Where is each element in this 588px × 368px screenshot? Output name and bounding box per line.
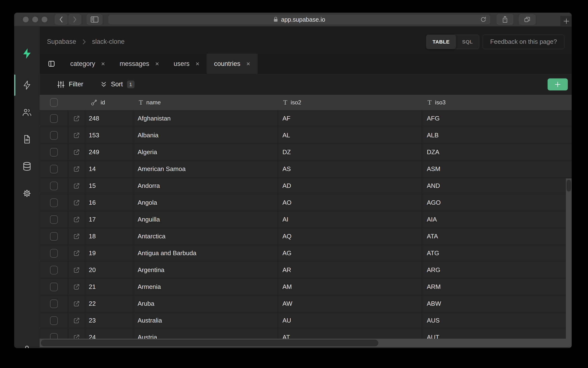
cell-iso2[interactable]: AL <box>277 127 422 144</box>
filter-button[interactable]: Filter <box>57 81 83 88</box>
external-link-icon[interactable] <box>73 199 80 206</box>
row-checkbox[interactable] <box>50 215 58 224</box>
cell-id[interactable]: 19 <box>85 245 133 261</box>
row-checkbox[interactable] <box>50 114 58 123</box>
cell-name[interactable]: Albania <box>133 127 277 144</box>
cell-name[interactable]: Aruba <box>133 295 277 312</box>
cell-iso3[interactable]: ARM <box>422 278 572 295</box>
close-tab-icon[interactable]: ✕ <box>195 61 200 66</box>
cell-id[interactable]: 248 <box>85 110 133 127</box>
cell-name[interactable]: Andorra <box>133 177 277 194</box>
sidebar-item-account[interactable] <box>14 338 40 348</box>
new-tab-button[interactable] <box>560 16 572 27</box>
external-link-icon[interactable] <box>73 216 80 223</box>
zoom-window-button[interactable] <box>42 17 47 22</box>
row-checkbox[interactable] <box>50 283 58 291</box>
row-checkbox[interactable] <box>50 165 58 174</box>
column-header-iso3[interactable]: T iso3 <box>422 95 572 110</box>
cell-iso2[interactable]: AF <box>277 110 422 127</box>
close-tab-icon[interactable]: ✕ <box>155 61 159 66</box>
row-checkbox[interactable] <box>50 232 58 241</box>
row-checkbox[interactable] <box>50 249 58 258</box>
sidebar-item-table-editor[interactable] <box>14 74 40 96</box>
external-link-icon[interactable] <box>73 267 80 274</box>
tab-category[interactable]: category ✕ <box>63 54 112 74</box>
cell-iso2[interactable]: AU <box>277 312 422 329</box>
tab-messages[interactable]: messages ✕ <box>112 54 166 74</box>
row-checkbox[interactable] <box>50 316 58 325</box>
cell-iso3[interactable]: DZA <box>422 144 572 160</box>
cell-iso3[interactable]: AIA <box>422 211 572 228</box>
minimize-window-button[interactable] <box>32 17 38 22</box>
external-link-icon[interactable] <box>73 115 80 122</box>
row-checkbox[interactable] <box>50 131 58 140</box>
cell-id[interactable]: 15 <box>85 177 133 194</box>
cell-id[interactable]: 20 <box>85 262 133 278</box>
horizontal-scrollbar-thumb[interactable] <box>41 340 378 346</box>
cell-iso2[interactable]: AQ <box>277 228 422 245</box>
back-button[interactable] <box>55 14 68 25</box>
cell-iso3[interactable]: AGO <box>422 194 572 211</box>
cell-name[interactable]: Anguilla <box>133 211 277 228</box>
cell-name[interactable]: Algeria <box>133 144 277 160</box>
reload-button[interactable] <box>479 16 487 23</box>
vertical-scrollbar-thumb[interactable] <box>567 180 571 192</box>
cell-iso2[interactable]: AG <box>277 245 422 261</box>
breadcrumb-project[interactable]: Supabase <box>47 38 76 46</box>
sidebar-item-settings[interactable] <box>14 183 40 204</box>
sidebar-item-database[interactable] <box>14 156 40 177</box>
cell-id[interactable]: 249 <box>85 144 133 160</box>
tab-overview-button[interactable] <box>519 14 535 25</box>
cell-iso3[interactable]: ARG <box>422 262 572 278</box>
external-link-icon[interactable] <box>73 317 80 324</box>
share-button[interactable] <box>496 14 514 25</box>
cell-name[interactable]: Angola <box>133 194 277 211</box>
cell-iso3[interactable]: AUS <box>422 312 572 329</box>
column-header-name[interactable]: T name <box>133 95 277 110</box>
cell-iso2[interactable]: AI <box>277 211 422 228</box>
cell-iso3[interactable]: ATG <box>422 245 572 261</box>
cell-iso2[interactable]: AR <box>277 262 422 278</box>
cell-iso3[interactable]: AND <box>422 177 572 194</box>
cell-id[interactable]: 21 <box>85 278 133 295</box>
collapse-sidebar-button[interactable] <box>40 54 63 74</box>
cell-name[interactable]: Armenia <box>133 278 277 295</box>
table-view-button[interactable]: TABLE <box>426 35 456 49</box>
column-header-id[interactable]: id <box>85 95 133 110</box>
row-checkbox[interactable] <box>50 182 58 190</box>
row-checkbox[interactable] <box>50 299 58 308</box>
cell-id[interactable]: 16 <box>85 194 133 211</box>
select-all-checkbox[interactable] <box>50 98 58 107</box>
tab-countries[interactable]: countries ✕ <box>207 54 257 74</box>
horizontal-scrollbar[interactable] <box>40 339 572 347</box>
cell-name[interactable]: Argentina <box>133 262 277 278</box>
cell-iso2[interactable]: AO <box>277 194 422 211</box>
tab-users[interactable]: users ✕ <box>166 54 207 74</box>
close-window-button[interactable] <box>23 17 29 22</box>
external-link-icon[interactable] <box>73 183 80 189</box>
row-checkbox[interactable] <box>50 148 58 156</box>
cell-iso2[interactable]: AS <box>277 161 422 177</box>
sidebar-item-docs[interactable] <box>14 129 40 150</box>
close-tab-icon[interactable]: ✕ <box>246 61 250 66</box>
external-link-icon[interactable] <box>73 250 80 257</box>
cell-name[interactable]: American Samoa <box>133 161 277 177</box>
browser-sidebar-toggle-button[interactable] <box>87 14 102 25</box>
cell-iso3[interactable]: ATA <box>422 228 572 245</box>
cell-name[interactable]: Afghanistan <box>133 110 277 127</box>
cell-iso3[interactable]: ALB <box>422 127 572 144</box>
external-link-icon[interactable] <box>73 166 80 173</box>
column-header-iso2[interactable]: T iso2 <box>277 95 422 110</box>
cell-iso2[interactable]: AM <box>277 278 422 295</box>
external-link-icon[interactable] <box>73 149 80 156</box>
close-tab-icon[interactable]: ✕ <box>101 61 105 66</box>
cell-iso3[interactable]: ASM <box>422 161 572 177</box>
external-link-icon[interactable] <box>73 284 80 290</box>
cell-name[interactable]: Australia <box>133 312 277 329</box>
vertical-scrollbar[interactable] <box>566 178 572 339</box>
cell-id[interactable]: 153 <box>85 127 133 144</box>
feedback-button[interactable]: Feedback on this page? <box>483 35 564 49</box>
cell-name[interactable]: Antigua and Barbuda <box>133 245 277 261</box>
cell-id[interactable]: 23 <box>85 312 133 329</box>
add-row-button[interactable] <box>548 78 568 91</box>
